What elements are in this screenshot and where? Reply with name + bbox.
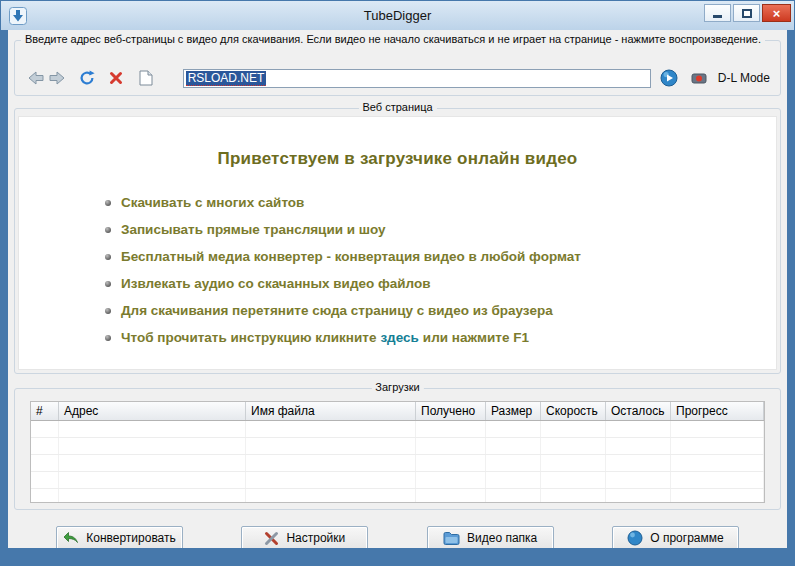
- play-icon: [660, 69, 678, 87]
- settings-button[interactable]: Настройки: [241, 526, 368, 548]
- bullet-text: Бесплатный медиа конвертер - конвертация…: [121, 249, 581, 264]
- welcome-heading: Приветствуем в загрузчике онлайн видео: [19, 149, 776, 169]
- bullet-icon: [105, 200, 111, 206]
- maximize-button[interactable]: [733, 4, 760, 22]
- bullet-text: Чтоб прочитать инструкцию кликните: [121, 330, 376, 345]
- bullet-icon: [105, 254, 111, 260]
- column-header-address[interactable]: Адрес: [59, 402, 246, 420]
- play-button[interactable]: [659, 68, 681, 88]
- list-item: Скачивать с многих сайтов: [105, 195, 776, 210]
- tools-icon: [264, 531, 279, 546]
- bullet-text: Скачивать с многих сайтов: [121, 195, 304, 210]
- bullet-text: или нажмите F1: [423, 330, 529, 345]
- list-item: Бесплатный медиа конвертер - конвертация…: [105, 249, 776, 264]
- record-icon: [691, 71, 707, 85]
- table-header: # Адрес Имя файла Получено Размер Скорос…: [31, 402, 764, 421]
- list-item: Для скачивания перетяните сюда страницу …: [105, 303, 776, 318]
- bullet-text: Для скачивания перетяните сюда страницу …: [121, 303, 553, 318]
- url-selected-text: RSLOAD.NET: [186, 71, 267, 86]
- convert-button-label: Конвертировать: [86, 531, 176, 545]
- refresh-icon: [79, 70, 95, 86]
- toolbar: RSLOAD.NET D-L Mode: [25, 67, 770, 89]
- folder-icon: [443, 531, 460, 545]
- toolbar-instruction: Введите адрес веб-страницы с видео для с…: [21, 33, 765, 45]
- column-header-received[interactable]: Получено: [416, 402, 486, 420]
- about-icon: [627, 530, 643, 546]
- stop-icon: [109, 71, 123, 85]
- downloads-table: # Адрес Имя файла Получено Размер Скорос…: [30, 401, 765, 503]
- app-logo-icon: [9, 7, 27, 25]
- bullet-icon: [105, 281, 111, 287]
- dl-mode-label[interactable]: D-L Mode: [718, 71, 770, 85]
- footer-buttons: Конвертировать Настройки Видео папка: [56, 526, 739, 548]
- new-page-button[interactable]: [135, 68, 157, 88]
- column-header-remaining[interactable]: Осталось: [606, 402, 671, 420]
- convert-icon: [63, 531, 79, 545]
- column-header-filename[interactable]: Имя файла: [246, 402, 416, 420]
- document-icon: [139, 70, 153, 86]
- video-folder-button[interactable]: Видео папка: [427, 526, 554, 548]
- table-row: [31, 421, 764, 438]
- url-input[interactable]: RSLOAD.NET: [183, 69, 651, 88]
- back-icon: [27, 70, 45, 86]
- bullet-text: Извлекать аудио со скачанных видео файло…: [121, 276, 431, 291]
- webview: Приветствуем в загрузчике онлайн видео С…: [18, 116, 777, 370]
- column-header-size[interactable]: Размер: [486, 402, 541, 420]
- bullet-icon: [105, 227, 111, 233]
- bullet-icon: [105, 308, 111, 314]
- table-row: [31, 455, 764, 472]
- about-button-label: О программе: [650, 531, 723, 545]
- minimize-icon: [713, 15, 722, 18]
- list-item: Чтоб прочитать инструкцию кликните здесь…: [105, 330, 776, 345]
- about-button[interactable]: О программе: [612, 526, 739, 548]
- downloads-group-label: Загрузки: [371, 381, 423, 393]
- minimize-button[interactable]: [704, 4, 731, 22]
- welcome-list: Скачивать с многих сайтов Записывать пря…: [105, 195, 776, 345]
- titlebar: TubeDigger ×: [1, 1, 794, 30]
- close-icon: ×: [773, 7, 781, 20]
- bullet-icon: [105, 335, 111, 341]
- downloads-group: Загрузки # Адрес Имя файла Получено Разм…: [14, 388, 781, 510]
- list-item: Записывать прямые трансляции и шоу: [105, 222, 776, 237]
- client-area: Введите адрес веб-страницы с видео для с…: [8, 30, 787, 548]
- forward-icon: [48, 70, 66, 86]
- back-button[interactable]: [25, 68, 47, 88]
- help-link[interactable]: здесь: [380, 330, 418, 345]
- toolbar-group: Введите адрес веб-страницы с видео для с…: [14, 40, 781, 96]
- forward-button[interactable]: [47, 68, 69, 88]
- maximize-icon: [742, 9, 752, 18]
- table-row: [31, 472, 764, 489]
- refresh-button[interactable]: [76, 68, 98, 88]
- window-title: TubeDigger: [1, 8, 794, 23]
- close-button[interactable]: ×: [762, 4, 791, 22]
- webpage-group-label: Веб страница: [358, 101, 436, 113]
- stop-button[interactable]: [106, 68, 128, 88]
- table-row: [31, 438, 764, 455]
- record-button[interactable]: [688, 68, 710, 88]
- video-folder-button-label: Видео папка: [467, 531, 537, 545]
- column-header-number[interactable]: #: [31, 402, 59, 420]
- column-header-progress[interactable]: Прогресс: [671, 402, 764, 420]
- window-controls: ×: [704, 4, 791, 22]
- webpage-group: Веб страница Приветствуем в загрузчике о…: [14, 108, 781, 374]
- column-header-speed[interactable]: Скорость: [541, 402, 606, 420]
- list-item: Извлекать аудио со скачанных видео файло…: [105, 276, 776, 291]
- table-row: [31, 489, 764, 503]
- convert-button[interactable]: Конвертировать: [56, 526, 183, 548]
- settings-button-label: Настройки: [286, 531, 345, 545]
- bullet-text: Записывать прямые трансляции и шоу: [121, 222, 386, 237]
